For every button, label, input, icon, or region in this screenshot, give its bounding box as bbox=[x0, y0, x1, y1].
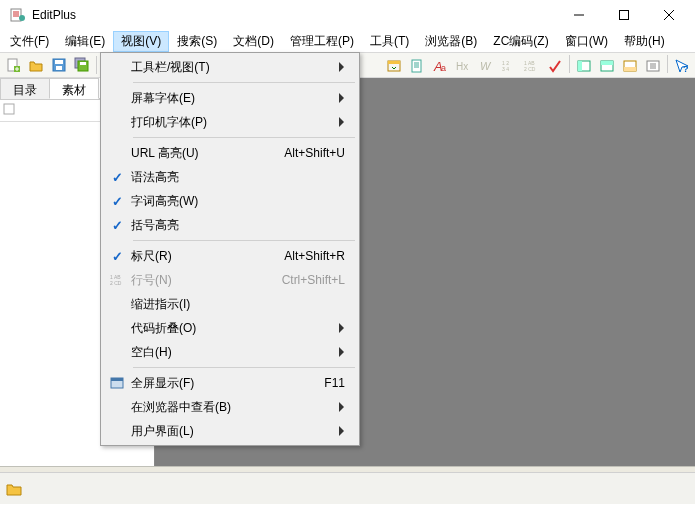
submenu-arrow-icon bbox=[339, 347, 345, 357]
menu-zc[interactable]: ZC编码(Z) bbox=[485, 31, 556, 52]
side-open-button[interactable] bbox=[2, 102, 20, 120]
font-button[interactable]: Aa bbox=[429, 55, 451, 77]
menu-item-label: 标尺(R) bbox=[131, 248, 284, 265]
check-icon: ✓ bbox=[103, 249, 131, 264]
menu-item-label: 缩进指示(I) bbox=[131, 296, 345, 313]
linenumbers-button[interactable]: 1 AB2 CD bbox=[521, 55, 543, 77]
svg-rect-13 bbox=[80, 62, 86, 65]
menubar: 文件(F) 编辑(E) 视图(V) 搜索(S) 文档(D) 管理工程(P) 工具… bbox=[0, 30, 695, 52]
menu-shortcut: Alt+Shift+R bbox=[284, 249, 345, 263]
menu-item[interactable]: 打印机字体(P) bbox=[103, 110, 357, 134]
help-button[interactable]: ? bbox=[671, 55, 693, 77]
menu-item-label: 字词高亮(W) bbox=[131, 193, 345, 210]
spellcheck-button[interactable] bbox=[544, 55, 566, 77]
close-button[interactable] bbox=[646, 1, 691, 29]
menu-shortcut: F11 bbox=[324, 376, 345, 390]
linenum-button[interactable]: 1 23 4 bbox=[498, 55, 520, 77]
menu-item[interactable]: 工具栏/视图(T) bbox=[103, 55, 357, 79]
svg-text:?: ? bbox=[683, 64, 689, 74]
svg-rect-40 bbox=[111, 378, 123, 381]
tab-directory[interactable]: 目录 bbox=[0, 78, 50, 99]
menu-divider bbox=[133, 240, 355, 241]
menu-tools[interactable]: 工具(T) bbox=[362, 31, 417, 52]
toolbar-separator bbox=[569, 55, 570, 73]
menu-browser[interactable]: 浏览器(B) bbox=[417, 31, 485, 52]
menu-item[interactable]: ✓括号高亮 bbox=[103, 213, 357, 237]
app-icon bbox=[10, 7, 26, 23]
folder-icon bbox=[6, 482, 22, 496]
menu-item-label: 行号(N) bbox=[131, 272, 282, 289]
menu-item[interactable]: ✓语法高亮 bbox=[103, 165, 357, 189]
svg-rect-29 bbox=[578, 61, 582, 71]
menu-shortcut: Ctrl+Shift+L bbox=[282, 273, 345, 287]
svg-rect-18 bbox=[388, 61, 400, 64]
submenu-arrow-icon bbox=[339, 426, 345, 436]
menu-item-label: 括号高亮 bbox=[131, 217, 345, 234]
svg-rect-31 bbox=[601, 61, 613, 65]
linenum-icon: 1 AB2 CD bbox=[103, 273, 131, 287]
menu-project[interactable]: 管理工程(P) bbox=[282, 31, 362, 52]
svg-rect-19 bbox=[412, 60, 421, 72]
svg-text:2 CD: 2 CD bbox=[524, 66, 536, 72]
submenu-arrow-icon bbox=[339, 62, 345, 72]
toggle-button[interactable] bbox=[383, 55, 405, 77]
menu-item-label: 打印机字体(P) bbox=[131, 114, 333, 131]
save-all-button[interactable] bbox=[71, 54, 93, 76]
panel2-button[interactable] bbox=[596, 55, 618, 77]
titlebar: EditPlus bbox=[0, 0, 695, 30]
panel3-button[interactable] bbox=[619, 55, 641, 77]
menu-item[interactable]: 在浏览器中查看(B) bbox=[103, 395, 357, 419]
toolbar-separator bbox=[667, 55, 668, 73]
menu-item[interactable]: 空白(H) bbox=[103, 340, 357, 364]
menu-item[interactable]: 缩进指示(I) bbox=[103, 292, 357, 316]
fullscreen-icon bbox=[103, 376, 131, 390]
menu-shortcut: Alt+Shift+U bbox=[284, 146, 345, 160]
menu-window[interactable]: 窗口(W) bbox=[557, 31, 616, 52]
menu-item[interactable]: ✓标尺(R)Alt+Shift+R bbox=[103, 244, 357, 268]
view-dropdown: 工具栏/视图(T)屏幕字体(E)打印机字体(P)URL 高亮(U)Alt+Shi… bbox=[100, 52, 360, 446]
menu-divider bbox=[133, 367, 355, 368]
menu-item[interactable]: 全屏显示(F)F11 bbox=[103, 371, 357, 395]
submenu-arrow-icon bbox=[339, 93, 345, 103]
menu-item[interactable]: 代码折叠(O) bbox=[103, 316, 357, 340]
submenu-arrow-icon bbox=[339, 402, 345, 412]
svg-rect-10 bbox=[56, 66, 62, 70]
minimize-button[interactable] bbox=[556, 1, 601, 29]
menu-item: 1 AB2 CD行号(N)Ctrl+Shift+L bbox=[103, 268, 357, 292]
menu-search[interactable]: 搜索(S) bbox=[169, 31, 225, 52]
maximize-button[interactable] bbox=[601, 1, 646, 29]
menu-file[interactable]: 文件(F) bbox=[2, 31, 57, 52]
menu-item-label: URL 高亮(U) bbox=[131, 145, 284, 162]
svg-rect-33 bbox=[624, 67, 636, 71]
check-icon: ✓ bbox=[103, 194, 131, 209]
open-file-button[interactable] bbox=[25, 54, 47, 76]
menu-document[interactable]: 文档(D) bbox=[225, 31, 282, 52]
menu-item[interactable]: URL 高亮(U)Alt+Shift+U bbox=[103, 141, 357, 165]
wrap-button[interactable]: W bbox=[475, 55, 497, 77]
menu-divider bbox=[133, 137, 355, 138]
statusbar bbox=[0, 472, 695, 504]
submenu-arrow-icon bbox=[339, 323, 345, 333]
menu-view[interactable]: 视图(V) bbox=[113, 31, 169, 52]
check-icon: ✓ bbox=[103, 218, 131, 233]
doc-icon-button[interactable] bbox=[406, 55, 428, 77]
panel1-button[interactable] bbox=[573, 55, 595, 77]
menu-item[interactable]: 屏幕字体(E) bbox=[103, 86, 357, 110]
menu-item[interactable]: ✓字词高亮(W) bbox=[103, 189, 357, 213]
svg-rect-3 bbox=[619, 11, 628, 20]
toolbar-separator bbox=[96, 56, 97, 74]
menu-item-label: 代码折叠(O) bbox=[131, 320, 333, 337]
tab-material[interactable]: 素材 bbox=[49, 78, 99, 99]
svg-text:a: a bbox=[441, 63, 446, 73]
hex-button[interactable]: Hx bbox=[452, 55, 474, 77]
menu-edit[interactable]: 编辑(E) bbox=[57, 31, 113, 52]
svg-rect-9 bbox=[55, 60, 63, 64]
save-button[interactable] bbox=[48, 54, 70, 76]
menu-item-label: 语法高亮 bbox=[131, 169, 345, 186]
panel4-button[interactable] bbox=[642, 55, 664, 77]
menu-item-label: 全屏显示(F) bbox=[131, 375, 324, 392]
check-icon: ✓ bbox=[103, 170, 131, 185]
menu-help[interactable]: 帮助(H) bbox=[616, 31, 673, 52]
menu-item[interactable]: 用户界面(L) bbox=[103, 419, 357, 443]
new-file-button[interactable] bbox=[2, 54, 24, 76]
